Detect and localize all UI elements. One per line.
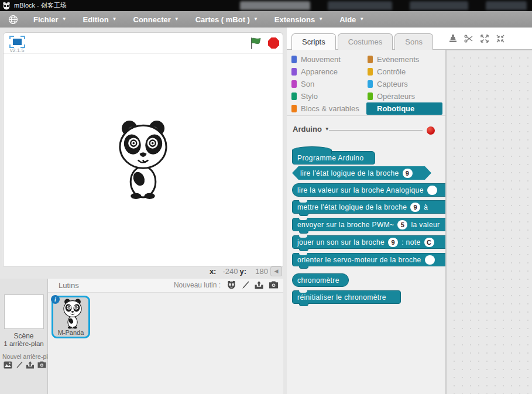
- window-title: mBlock - 创客工场: [14, 1, 67, 10]
- category-color-swatch: [368, 56, 373, 63]
- scripts-canvas[interactable]: [446, 50, 532, 394]
- sprite-thumbnail-image: [61, 298, 84, 330]
- paint-sprite-icon[interactable]: [241, 281, 249, 289]
- upload-backdrop-icon[interactable]: [26, 361, 35, 369]
- menu-aide[interactable]: Aide▼: [331, 15, 372, 24]
- title-bar: mBlock - 创客工场: [0, 0, 532, 11]
- app-logo-icon: [2, 2, 11, 10]
- backdrop-from-library-icon[interactable]: [4, 361, 12, 369]
- category-color-swatch: [291, 105, 297, 112]
- pin-argument[interactable]: [425, 255, 435, 265]
- arduino-section-header[interactable]: Arduino▼: [293, 125, 330, 133]
- category-color-swatch: [368, 68, 373, 76]
- mouse-coordinates: x: -240 y: 180: [193, 267, 268, 276]
- stage-panel: v2.1.5: [3, 32, 283, 266]
- dropdown-caret-icon: ▼: [174, 17, 179, 22]
- scene-label: Scène: [0, 332, 47, 340]
- pin-argument[interactable]: 5: [397, 220, 407, 229]
- background-window-fragment: [410, 1, 468, 10]
- pin-argument[interactable]: 9: [388, 238, 398, 247]
- backdrop-thumbnail[interactable]: [4, 294, 44, 329]
- dropdown-caret-icon: ▼: [62, 17, 67, 22]
- background-window-fragment: [328, 1, 392, 10]
- category-color-swatch: [368, 105, 373, 112]
- category-mouvement[interactable]: Mouvement: [290, 53, 366, 66]
- sprite-name: M-Panda: [53, 329, 88, 336]
- category-controle[interactable]: Contrôle: [366, 66, 442, 78]
- pin-argument[interactable]: 9: [410, 203, 420, 212]
- menu-fichier[interactable]: Fichier▼: [25, 15, 75, 24]
- camera-backdrop-icon[interactable]: [37, 361, 46, 369]
- block-lire-etat-logique[interactable]: lire l'état logique de la broche9: [292, 166, 431, 180]
- y-value: 180: [248, 267, 268, 276]
- version-label: v2.1.5: [10, 47, 25, 53]
- sprite-info-icon[interactable]: i: [51, 295, 60, 304]
- x-value: -240: [218, 267, 238, 276]
- grow-sprite-icon[interactable]: [480, 34, 489, 43]
- block-reinitialiser-chronometre[interactable]: réinitialiser le chronomètre: [292, 290, 401, 304]
- y-label: y:: [239, 267, 246, 276]
- background-window-fragment: [486, 1, 527, 10]
- palette-divider: [287, 115, 446, 116]
- collapse-stage-button[interactable]: ◀: [270, 266, 282, 276]
- tab-scripts[interactable]: Scripts: [291, 33, 336, 50]
- pin-argument[interactable]: 9: [403, 169, 413, 178]
- category-apparence[interactable]: Apparence: [290, 66, 366, 78]
- language-globe-icon[interactable]: [8, 15, 18, 25]
- category-color-swatch: [291, 68, 297, 76]
- arduino-divider-line: [329, 130, 423, 131]
- category-capteurs[interactable]: Capteurs: [366, 78, 442, 90]
- camera-sprite-icon[interactable]: [269, 281, 279, 289]
- x-label: x:: [210, 267, 217, 276]
- background-window-fragment: [240, 1, 310, 10]
- category-color-swatch: [291, 56, 297, 63]
- delete-scissors-icon[interactable]: [464, 34, 473, 43]
- pin-argument[interactable]: [427, 186, 437, 195]
- stage-header: v2.1.5: [4, 33, 283, 54]
- duplicate-stamp-icon[interactable]: [448, 34, 458, 43]
- category-blocs-variables[interactable]: Blocs & variables: [290, 102, 366, 115]
- block-chronometre[interactable]: chronomètre: [292, 273, 349, 287]
- block-mettre-etat-logique[interactable]: mettre l'état logique de la broche9à: [292, 200, 446, 214]
- sprite-from-library-icon[interactable]: [226, 280, 236, 289]
- menu-extensions[interactable]: Extensions▼: [266, 15, 331, 24]
- tab-costumes[interactable]: Costumes: [338, 33, 393, 50]
- sprite-thumbnail-m-panda[interactable]: i M-Panda: [52, 296, 90, 338]
- menu-cartes[interactable]: Cartes ( mBot )▼: [187, 15, 266, 24]
- category-list: Mouvement Apparence Son Stylo Blocs & va…: [290, 53, 442, 115]
- category-operateurs[interactable]: Opérateurs: [366, 90, 442, 102]
- stop-button[interactable]: [268, 37, 279, 49]
- block-programme-arduino[interactable]: Programme Arduino: [292, 151, 375, 165]
- category-robotique[interactable]: Robotique: [366, 102, 442, 115]
- menu-connecter[interactable]: Connecter▼: [125, 15, 187, 24]
- block-jouer-son[interactable]: jouer un son sur la broche9: noteC: [292, 235, 446, 249]
- dropdown-caret-icon: ▼: [359, 17, 364, 22]
- dropdown-caret-icon: ▼: [253, 17, 258, 22]
- menu-edition[interactable]: Edition▼: [75, 15, 125, 24]
- shrink-sprite-icon[interactable]: [496, 34, 505, 43]
- category-son[interactable]: Son: [290, 78, 366, 90]
- green-flag-button[interactable]: [249, 37, 262, 52]
- menu-bar: Fichier▼ Edition▼ Connecter▼ Cartes ( mB…: [0, 11, 532, 28]
- category-color-swatch: [368, 80, 373, 88]
- category-stylo[interactable]: Stylo: [290, 90, 366, 102]
- paint-backdrop-icon[interactable]: [15, 361, 23, 369]
- category-evenements[interactable]: Evènements: [366, 53, 442, 66]
- block-lire-valeur-analogique[interactable]: lire la valeur sur la broche Analogique: [292, 183, 446, 197]
- sprites-title: Lutins: [59, 281, 79, 290]
- upload-sprite-icon[interactable]: [254, 281, 264, 289]
- panda-sprite[interactable]: [112, 118, 174, 201]
- connection-status-led: [427, 126, 435, 135]
- category-color-swatch: [291, 80, 297, 88]
- sprites-panel: Lutins Nouveau lutin : i M-Panda: [48, 279, 283, 394]
- block-orienter-servo[interactable]: orienter le servo-moteur de la broche: [292, 253, 446, 266]
- note-argument[interactable]: C: [424, 238, 434, 247]
- tab-sons[interactable]: Sons: [394, 33, 433, 50]
- category-color-swatch: [368, 92, 373, 100]
- dropdown-caret-icon: ▼: [112, 17, 117, 22]
- backdrop-count: 1 arrière-plan: [0, 340, 47, 347]
- block-envoyer-pwm[interactable]: envoyer sur la broche PWM~5la valeur: [292, 218, 446, 231]
- new-backdrop-label: Nouvel arrière-plan :: [2, 353, 48, 360]
- backdrops-panel: Scène 1 arrière-plan Nouvel arrière-plan…: [0, 279, 48, 394]
- dropdown-caret-icon: ▼: [318, 17, 323, 22]
